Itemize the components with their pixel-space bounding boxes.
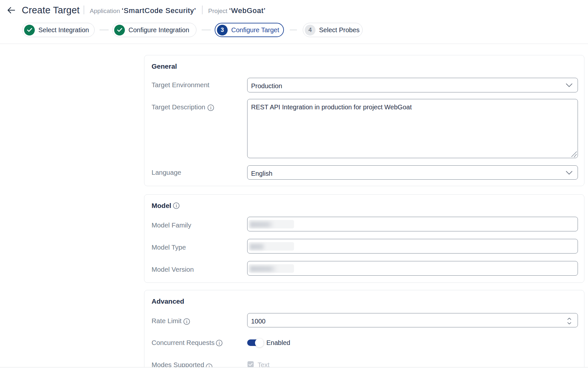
svg-text:i: i	[219, 340, 220, 346]
svg-text:i: i	[210, 105, 211, 110]
svg-text:i: i	[186, 319, 187, 324]
svg-text:i: i	[176, 203, 177, 208]
